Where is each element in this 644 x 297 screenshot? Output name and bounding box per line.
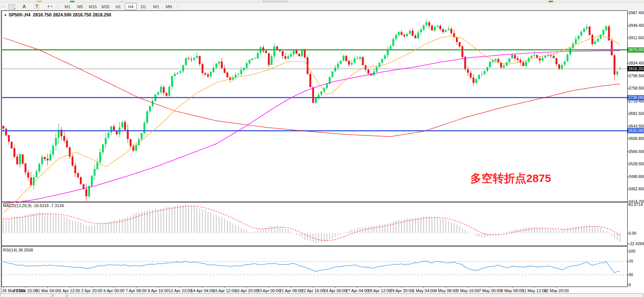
price-tick-label: 2834.450: [629, 61, 644, 65]
timeframe-button-D1[interactable]: D1: [138, 3, 149, 10]
shapes-tool-button[interactable]: ✦ ▾: [44, 3, 56, 10]
chart-window[interactable]: 2987.4002949.4502911.5002834.4502796.500…: [0, 10, 644, 293]
time-axis-label: 15 Apr 12:00: [213, 288, 236, 293]
time-axis-label: 12 May 20:00: [544, 288, 569, 293]
macd-axis-label: 0.00: [629, 231, 637, 235]
time-axis-label: 22 Apr 16:00: [302, 288, 325, 293]
cropped-toolbar-icon: [549, 1, 553, 2]
macd-axis-label: 61.0714: [629, 202, 643, 207]
timeframe-button-MN[interactable]: MN: [163, 3, 175, 10]
price-tick-label: 2987.400: [629, 10, 644, 15]
time-axis-label: 7 May 00:00: [479, 288, 502, 293]
status-segment: [67, 293, 643, 297]
time-axis-label: 27 Apr 04:00: [346, 288, 369, 293]
boxed-t-icon: T: [35, 4, 40, 9]
collapse-arrow-icon[interactable]: ▼: [4, 13, 7, 17]
status-segment: [0, 293, 52, 297]
grid-f-icon: F: [9, 4, 15, 9]
trading-terminal-window: ∷∷ F A T ✦ ▾ M1M5M15M30H1H4D1W1MN 2987.4…: [0, 0, 644, 297]
price-tick-label: 2911.500: [629, 35, 644, 40]
rsi-axis-label: 0: [629, 282, 631, 287]
window-left-edge: [0, 10, 1, 293]
price-tick-label: 2605.600: [629, 136, 644, 141]
time-axis-label: 8 Apr 16:00: [148, 288, 168, 293]
time-axis-label: 2 Apr 20:00: [81, 288, 102, 293]
symbol-period-label: SP500-,H4: [9, 12, 31, 18]
time-axis-label: 20 Apr 00:00: [257, 288, 280, 293]
time-axis-label: 16 Apr 20:00: [235, 288, 258, 293]
chart-toolbar: ∷∷ F A T ✦ ▾ M1M5M15M30H1H4D1W1MN: [0, 3, 644, 11]
chart-canvas[interactable]: 2987.4002949.4502911.5002834.4502796.500…: [0, 10, 644, 293]
cropped-toolbar-icon: [70, 1, 75, 2]
time-axis-label: 5 May 16:00: [457, 288, 479, 293]
rsi-axis-label: 30: [629, 272, 633, 277]
rsi-axis-label: 70: [629, 259, 633, 263]
time-axis-label: 8 May 08:00: [501, 288, 524, 293]
time-axis-label: 31 Mar 04:00: [35, 288, 60, 293]
status-bar: [0, 293, 644, 297]
timeframe-button-M1[interactable]: M1: [61, 3, 73, 10]
time-axis-label: 6 Apr 00:00: [104, 288, 124, 293]
price-tick-label: 2681.500: [629, 111, 644, 116]
ohlc-values: 2816.750 2824.500 2816.750 2818.250: [33, 12, 111, 18]
rsi-axis-label: 100: [629, 249, 635, 253]
macd-indicator-label: MACD(12,26,9) -18.6316 -7.3134: [3, 203, 64, 208]
price-badge-label: 2630.000: [628, 128, 644, 133]
time-axis-label: 1 Apr 12:00: [59, 288, 80, 293]
cropped-toolbar-icon: [119, 1, 123, 2]
time-axis-label: 14 Apr 04:00: [191, 288, 214, 293]
time-axis-label: 24 Apr 00:00: [323, 288, 347, 293]
price-badge-label: 2730.000: [628, 95, 644, 100]
chevron-down-icon: ▾: [51, 5, 53, 8]
time-axis-label: 28 Apr 12:00: [368, 288, 391, 293]
time-axis-label: 11 May 12:00: [522, 288, 547, 293]
time-axis-label: 1 May 04:00: [413, 288, 435, 293]
timeframe-button-M5[interactable]: M5: [74, 3, 86, 10]
time-axis-label: 12 Apr 23:00: [169, 288, 192, 293]
price-tick-label: 2566.500: [629, 149, 644, 154]
insert-text-tool-button[interactable]: A: [18, 3, 30, 10]
price-badge-label: 2818.250: [628, 66, 644, 71]
timeframe-buttons: M1M5M15M30H1H4D1W1MN: [61, 3, 175, 10]
toolbar-separator: [58, 4, 59, 9]
price-tick-label: 2643.550: [629, 124, 644, 128]
price-tick-label: 2452.650: [629, 187, 644, 191]
price-tick-label: 2796.500: [629, 74, 644, 78]
cropped-toolbar-icon: [37, 1, 42, 2]
letter-a-icon: A: [22, 4, 26, 9]
timeframe-button-W1[interactable]: W1: [150, 3, 162, 10]
toolbar-separator: [177, 4, 178, 9]
rsi-indicator-label: RSI(14) 38.2568: [3, 248, 33, 252]
time-axis-label: 21 Apr 08:00: [279, 288, 302, 293]
timeframe-button-M15[interactable]: M15: [87, 3, 99, 10]
crosshair-grid-tool-button[interactable]: F: [6, 3, 18, 10]
shapes-icon: ✦: [47, 4, 50, 9]
timeframe-button-H1[interactable]: H1: [112, 3, 124, 10]
price-tick-label: 2949.450: [629, 23, 644, 28]
price-tick-label: 2528.550: [629, 162, 644, 166]
price-badge-label: 2875.000: [628, 47, 644, 52]
time-axis-label: 29 Mar 23:00: [13, 288, 38, 293]
timeframe-button-H4[interactable]: H4: [125, 3, 137, 10]
timeframe-button-M30[interactable]: M30: [100, 3, 111, 10]
time-axis-label: 29 Apr 20:00: [390, 288, 413, 293]
chart-annotation-text: 多空转折点2875: [470, 171, 551, 186]
status-segment: [53, 293, 66, 297]
text-label-tool-button[interactable]: T: [31, 3, 43, 10]
time-axis-label: 4 May 08:00: [435, 288, 457, 293]
toolbar-drag-handle: ∷∷: [1, 5, 5, 9]
cropped-toolbar-field: [263, 0, 288, 2]
macd-pane[interactable]: [2, 203, 628, 246]
price-tick-label: 2490.600: [629, 174, 644, 179]
window-top-strip: [0, 0, 644, 3]
chart-title: ▼SP500-,H4 2816.750 2824.500 2816.750 28…: [4, 12, 111, 18]
price-tick-label: 2758.550: [629, 86, 644, 90]
time-axis-label: 7 Apr 08:00: [126, 288, 146, 293]
macd-axis-label: -22.4269: [629, 241, 644, 246]
